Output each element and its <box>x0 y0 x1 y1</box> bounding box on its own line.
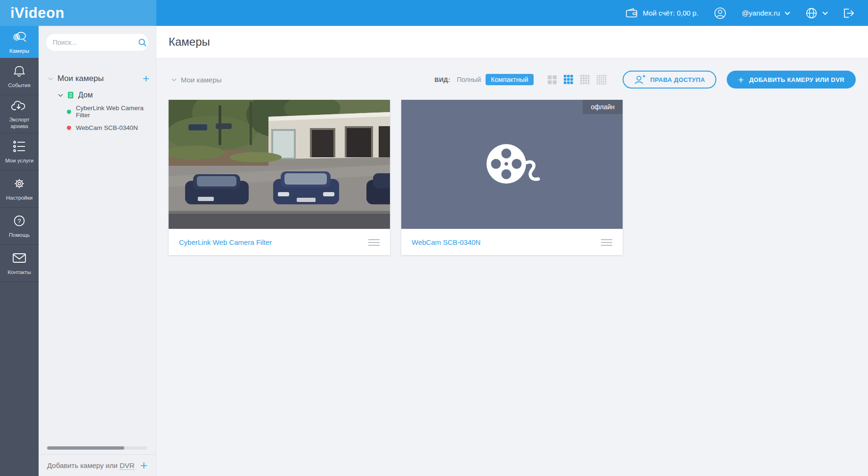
view-controls: ВИД: Полный Компактный <box>434 71 856 89</box>
sidebar-item-label: Контакты <box>8 269 31 275</box>
tree-camera-label: WebCam SCB-0340N <box>76 124 138 131</box>
sidebar-item-events[interactable]: События <box>0 58 39 95</box>
icon-sidebar: Камеры События Экспорт архива Мои услуги <box>0 26 39 476</box>
mail-icon <box>12 250 27 266</box>
camera-title-link[interactable]: WebCam SCB-0340N <box>412 238 480 246</box>
tree-camera-item[interactable]: CyberLink Web Camera Filter <box>39 104 156 120</box>
grid-4x4-icon[interactable] <box>580 75 590 84</box>
camera-title-link[interactable]: CyberLink Web Camera Filter <box>179 238 272 246</box>
ivideon-logo[interactable]: iVideon <box>10 5 65 22</box>
camera-tree-panel: Мои камеры + Дом CyberLink Web Camera Fi… <box>39 26 156 476</box>
view-option-compact[interactable]: Компактный <box>486 74 533 85</box>
main-content: Камеры Мои камеры ВИД: Полный Компактный <box>156 26 868 476</box>
car-1 <box>185 174 249 204</box>
film-reel-icon <box>483 140 541 188</box>
camera-card: офлайн <box>401 100 623 255</box>
online-status-dot <box>67 110 71 114</box>
globe-icon <box>805 7 818 19</box>
grid-2x2-icon[interactable] <box>548 75 557 84</box>
sidebar-item-help[interactable]: ? Помощь <box>0 208 39 245</box>
grid-3x3-icon[interactable] <box>564 75 573 84</box>
search-input[interactable] <box>53 39 138 46</box>
sidebar-item-label: Камеры <box>9 48 29 54</box>
section-my-cameras: Мои камеры <box>169 76 222 84</box>
chevron-down-icon[interactable] <box>58 94 63 97</box>
tree-root-label: Мои камеры <box>57 74 104 83</box>
page-header: Камеры <box>156 26 868 58</box>
account-label: @yandex.ru <box>742 9 780 17</box>
server-icon <box>67 91 74 99</box>
tree-camera-item[interactable]: WebCam SCB-0340N <box>39 120 156 136</box>
add-camera-or-dvr-button[interactable]: + ДОБАВИТЬ КАМЕРУ ИЛИ DVR <box>727 71 856 89</box>
sidebar-item-label: Экспорт архива <box>1 116 37 130</box>
sidebar-item-label: События <box>8 82 30 89</box>
chevron-down-icon[interactable] <box>48 77 53 81</box>
account-menu[interactable]: @yandex.ru <box>742 9 790 17</box>
view-option-full[interactable]: Полный <box>457 76 481 83</box>
page-title: Камеры <box>169 35 210 48</box>
camera-tree: Мои камеры + Дом CyberLink Web Camera Fi… <box>39 71 156 136</box>
logout-icon <box>843 8 855 19</box>
sidebar-item-settings[interactable]: Настройки <box>0 170 39 208</box>
sidebar-item-label: Помощь <box>9 232 30 238</box>
tree-group-label: Дом <box>78 91 93 99</box>
balance-label: Мой счёт: 0,00 р. <box>643 9 698 17</box>
plus-icon: + <box>738 75 744 85</box>
search-icon[interactable] <box>138 38 147 47</box>
user-icon <box>714 7 727 20</box>
svg-text:?: ? <box>17 218 21 225</box>
card-footer: CyberLink Web Camera Filter <box>169 229 390 255</box>
add-camera-plus-icon[interactable]: + <box>143 72 149 85</box>
search-box <box>46 34 148 51</box>
help-icon: ? <box>12 213 26 228</box>
logout-button[interactable] <box>843 8 855 19</box>
car-2 <box>273 171 339 204</box>
wallet-icon <box>626 8 638 18</box>
list-icon <box>12 139 26 154</box>
user-plus-icon <box>634 74 646 85</box>
topbar-logo-area: iVideon <box>0 0 156 26</box>
offline-camera-placeholder[interactable]: офлайн <box>401 100 623 229</box>
sidebar-item-my-services[interactable]: Мои услуги <box>0 133 39 170</box>
sidebar-item-cameras[interactable]: Камеры <box>0 26 39 58</box>
sidebar-item-archive-export[interactable]: Экспорт архива <box>0 95 39 133</box>
sidebar-item-label: Мои услуги <box>5 157 33 164</box>
camera-card: CyberLink Web Camera Filter <box>169 100 390 255</box>
chevron-down-icon <box>785 11 790 15</box>
grid-size-icons <box>548 75 607 85</box>
camera-cards: CyberLink Web Camera Filter офлайн <box>169 100 856 255</box>
offline-badge: офлайн <box>583 100 623 114</box>
ivideon-app: iVideon Мой счёт: 0,00 р. @yandex.ru <box>0 0 868 476</box>
topbar: iVideon Мой счёт: 0,00 р. @yandex.ru <box>0 0 868 26</box>
view-label: ВИД: <box>434 76 450 83</box>
grid-5x5-icon[interactable] <box>597 75 607 85</box>
chevron-down-icon <box>822 11 828 15</box>
tree-camera-label: CyberLink Web Camera Filter <box>76 105 156 119</box>
language-menu[interactable] <box>805 7 828 19</box>
scrollbar-thumb[interactable] <box>47 446 124 450</box>
gear-icon <box>12 176 26 191</box>
add-camera-or-dvr-row[interactable]: Добавить камеру или DVR + <box>39 454 156 476</box>
panel-bottom: Добавить камеру или DVR + <box>39 446 156 476</box>
tree-root-my-cameras[interactable]: Мои камеры + <box>39 71 156 87</box>
balance-link[interactable]: Мой счёт: 0,00 р. <box>626 8 698 18</box>
topbar-main: Мой счёт: 0,00 р. @yandex.ru <box>156 0 868 26</box>
access-rights-button[interactable]: ПРАВА ДОСТУПА <box>623 71 716 89</box>
chevron-down-icon[interactable] <box>171 78 177 81</box>
profile-button[interactable] <box>714 7 727 20</box>
horizontal-scrollbar[interactable] <box>47 446 147 450</box>
tree-group-home[interactable]: Дом <box>39 87 156 104</box>
body-row: Камеры События Экспорт архива Мои услуги <box>0 26 868 476</box>
cloud-download-icon <box>11 98 28 113</box>
sidebar-item-contacts[interactable]: Контакты <box>0 245 39 282</box>
section-row: Мои камеры ВИД: Полный Компактный <box>169 71 856 89</box>
bell-icon <box>13 64 26 79</box>
camera-icon <box>12 29 27 44</box>
card-footer: WebCam SCB-0340N <box>401 229 623 255</box>
card-menu-icon[interactable] <box>368 236 380 249</box>
plus-icon[interactable]: + <box>140 458 147 473</box>
card-menu-icon[interactable] <box>601 236 612 249</box>
camera-snapshot[interactable] <box>169 100 390 229</box>
add-camera-label: Добавить камеру или DVR <box>47 461 135 469</box>
offline-status-dot <box>67 126 71 130</box>
